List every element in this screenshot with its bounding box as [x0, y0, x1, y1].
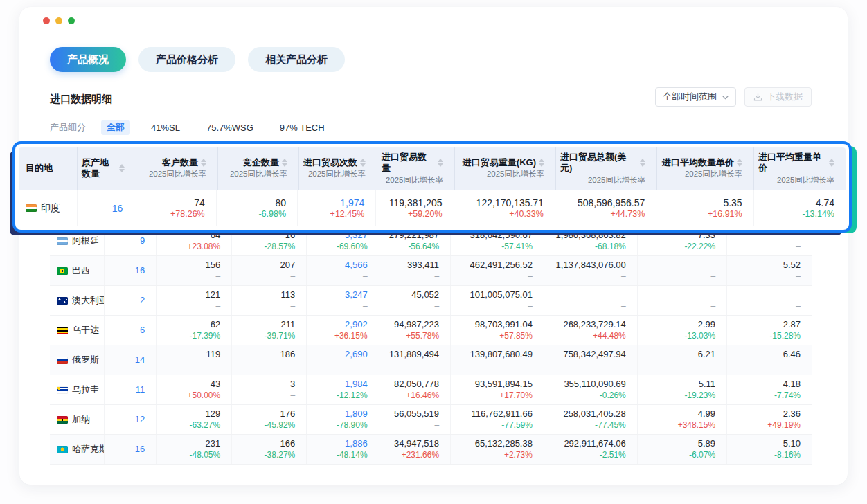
value-link[interactable]: 1,974: [340, 197, 364, 208]
data-cell: 34,947,518+231.66%: [379, 435, 451, 464]
divider: [19, 82, 848, 82]
yoy-change: –: [434, 301, 439, 312]
yoy-change: -68.18%: [595, 242, 626, 252]
value-link[interactable]: 6: [140, 325, 145, 336]
value: 176: [280, 408, 296, 420]
column-title: 客户数量: [162, 157, 198, 168]
sort-icon[interactable]: [438, 159, 443, 167]
column-subtitle: 2025同比增长率: [487, 169, 544, 179]
value-link[interactable]: 2,902: [345, 319, 368, 330]
data-cell: 131,889,494–: [379, 345, 451, 375]
table-row[interactable]: 俄罗斯14119–186–2,690–131,889,494–139,807,6…: [50, 345, 812, 375]
value: 116,762,911.66: [472, 408, 533, 420]
yoy-change: -7.74%: [774, 390, 801, 401]
header-cell-1[interactable]: 原产地数量: [78, 147, 136, 190]
sort-icon[interactable]: [640, 159, 645, 167]
table-row[interactable]: 哈萨克斯坦16231-48.05%166-38.27%1,886-48.14%3…: [50, 435, 812, 465]
sort-icon[interactable]: [360, 159, 366, 167]
data-cell: 16: [105, 435, 157, 464]
table-row[interactable]: 澳大利亚2121–113–3,247–45,052–101,005,075.01…: [50, 286, 812, 316]
filter-option-tech[interactable]: 97% TECH: [274, 121, 330, 134]
download-label: 下载数据: [767, 91, 803, 103]
value-link[interactable]: 12: [135, 414, 145, 425]
value-link[interactable]: 16: [135, 444, 145, 455]
data-cell: 119,381,205+59.20%: [376, 190, 454, 226]
value-link[interactable]: 11: [136, 384, 145, 395]
value-link[interactable]: 2: [140, 295, 145, 306]
value-link[interactable]: 3,247: [345, 289, 368, 300]
yoy-change: -19.23%: [684, 390, 715, 401]
table-row[interactable]: 巴西16156–207–4,566–393,411–462,491,256.52…: [50, 256, 812, 286]
yoy-change: +2.73%: [504, 450, 533, 460]
table-row[interactable]: 乌干达662-17.39%211-39.71%2,902+36.15%94,98…: [50, 316, 812, 345]
sort-icon[interactable]: [119, 164, 125, 172]
yoy-change: –: [291, 271, 296, 282]
value-link[interactable]: 1,984: [345, 379, 368, 390]
column-title: 竞企数量: [243, 157, 279, 168]
traffic-light-zoom-icon[interactable]: [68, 17, 75, 24]
table-row-highlighted[interactable]: 印度1674+78.26%80-6.98%1,974+12.45%119,381…: [19, 190, 846, 226]
value: 129: [206, 408, 221, 420]
india-flag-icon: [26, 204, 37, 212]
header-cell-2[interactable]: 客户数量2025同比增长率: [136, 147, 218, 190]
value: 131,889,494: [389, 349, 439, 360]
value-link[interactable]: 1,886: [345, 438, 368, 449]
value-link[interactable]: 4,566: [345, 260, 368, 271]
time-range-select[interactable]: 全部时间范围: [655, 87, 736, 107]
column-subtitle: 2025同比增长率: [777, 175, 834, 186]
traffic-light-minimize-icon[interactable]: [55, 17, 62, 24]
sort-icon[interactable]: [282, 159, 287, 167]
header-cell-7[interactable]: 进口贸易总额(美元)2025同比增长率: [556, 147, 657, 190]
header-cell-5[interactable]: 进口贸易数量2025同比增长率: [377, 147, 455, 190]
value: 43: [211, 379, 220, 390]
value: 231: [206, 438, 221, 449]
traffic-light-close-icon[interactable]: [43, 17, 50, 24]
sort-icon[interactable]: [737, 159, 742, 167]
header-cell-9[interactable]: 进口平均重量单价2025同比增长率: [754, 147, 846, 190]
value: 98,703,991.04: [475, 319, 533, 330]
value-link[interactable]: 2,690: [345, 349, 368, 360]
data-cell: 93,591,894.15+17.70%: [451, 375, 544, 404]
header-cell-6[interactable]: 进口贸易重量(KG)2025同比增长率: [455, 147, 556, 190]
header-cell-8[interactable]: 进口平均数量单价2025同比增长率: [657, 147, 754, 190]
data-cell: 5.10-8.16%: [727, 435, 812, 464]
filter-option-sl[interactable]: 41%SL: [145, 121, 186, 134]
value-link[interactable]: 16: [135, 265, 145, 276]
data-cell: 116,762,911.66-77.59%: [451, 405, 544, 434]
value-link[interactable]: 14: [135, 354, 145, 366]
value: 207: [280, 260, 296, 271]
value-link[interactable]: 16: [112, 203, 123, 214]
australia-flag-icon: [57, 297, 68, 305]
download-button[interactable]: 下载数据: [744, 87, 812, 107]
sort-icon[interactable]: [539, 159, 544, 167]
value: 34,947,518: [394, 438, 439, 449]
data-cell: 1,886-48.14%: [307, 435, 379, 464]
header-cell-3[interactable]: 竞企数量2025同比增长率: [218, 147, 299, 190]
table-row[interactable]: 乌拉圭1143+50.00%3–1,984-12.12%82,050,778+1…: [50, 375, 812, 405]
value: 4.99: [698, 408, 715, 420]
tab-product-overview[interactable]: 产品概况: [50, 47, 126, 72]
value: 462,491,256.52: [470, 260, 533, 271]
data-cell: 12: [105, 405, 157, 434]
tab-related-products[interactable]: 相关产品分析: [248, 47, 345, 72]
value: 355,110,090.69: [564, 379, 625, 390]
sort-icon[interactable]: [829, 159, 834, 167]
sort-icon[interactable]: [201, 159, 206, 167]
value-link[interactable]: 9: [140, 235, 145, 246]
filter-option-wsg[interactable]: 75.7%WSG: [201, 121, 259, 134]
data-cell: 45,052–: [379, 286, 451, 315]
yoy-change: +16.91%: [708, 209, 742, 219]
data-cell: 4.74-13.14%: [754, 190, 846, 226]
highlight-callout: 目的地原产地数量客户数量2025同比增长率竞企数量2025同比增长率进口贸易次数…: [12, 141, 852, 233]
tab-price-analysis[interactable]: 产品价格分析: [138, 47, 235, 72]
yoy-change: +40.33%: [509, 209, 544, 219]
data-cell: 4.18-7.74%: [727, 375, 812, 404]
filter-option-all[interactable]: 全部: [101, 120, 130, 135]
value-link[interactable]: 1,809: [345, 408, 368, 420]
yoy-change: +231.66%: [402, 450, 439, 460]
header-cell-4[interactable]: 进口贸易次数2025同比增长率: [299, 147, 377, 190]
yoy-change: +50.00%: [188, 390, 221, 401]
yoy-change: -8.16%: [774, 450, 801, 460]
table-row[interactable]: 加纳12129-63.27%176-45.92%1,809-78.90%56,0…: [50, 405, 812, 435]
data-cell: 6.21–: [638, 345, 727, 375]
